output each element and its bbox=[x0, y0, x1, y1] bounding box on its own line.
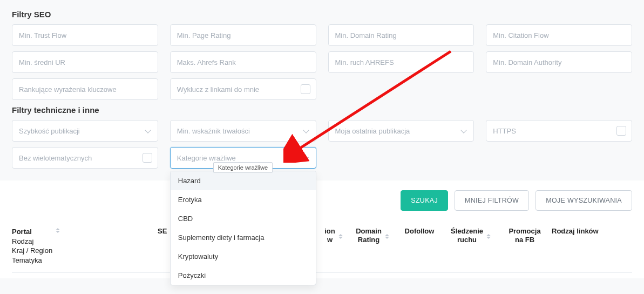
less-filters-button[interactable]: MNIEJ FILTRÓW bbox=[455, 190, 529, 211]
col-sledzenie[interactable]: Śledzenie ruchu bbox=[444, 227, 498, 245]
min-citation-flow-input[interactable] bbox=[486, 24, 632, 46]
col-sledzenie-l1: Śledzenie bbox=[451, 227, 483, 236]
col-domain-rating[interactable]: Domain Rating bbox=[350, 227, 395, 245]
option-suplementy[interactable]: Suplementy diety i farmacja bbox=[171, 228, 316, 247]
chevron-down-icon bbox=[146, 128, 151, 133]
col-portal-sub1: Rodzaj bbox=[12, 237, 52, 246]
col-rodzaj-linkow: Rodzaj linków bbox=[552, 227, 616, 235]
publication-speed-select[interactable]: Szybkość publikacji bbox=[12, 120, 158, 142]
sensitive-categories-placeholder: Kategorie wrażliwe bbox=[177, 154, 304, 162]
option-pozyczki[interactable]: Pożyczki bbox=[171, 266, 316, 285]
min-domain-rating-input[interactable] bbox=[328, 24, 474, 46]
col-portal[interactable]: Portal Rodzaj Kraj / Region Tematyka bbox=[12, 227, 158, 265]
col-portal-sub3: Tematyka bbox=[12, 256, 52, 265]
col-portal-label: Portal bbox=[12, 227, 52, 237]
col-domain-rating-l2: Rating bbox=[358, 236, 379, 244]
col-promocja-l2: na FB bbox=[515, 236, 534, 244]
col-domain-rating-l1: Domain bbox=[356, 227, 382, 236]
min-sredni-ur-input[interactable] bbox=[12, 51, 158, 73]
sensitive-categories-dropdown: Hazard Erotyka CBD Suplementy diety i fa… bbox=[170, 171, 316, 285]
table-header-row: Portal Rodzaj Kraj / Region Tematyka SE … bbox=[12, 227, 632, 273]
sort-icon[interactable] bbox=[56, 228, 60, 233]
my-last-publication-select[interactable]: Moja ostatnia publikacja bbox=[328, 120, 474, 142]
col-portal-sub2: Kraj / Region bbox=[12, 246, 52, 256]
col-rodzaj-linkow-label: Rodzaj linków bbox=[552, 227, 599, 235]
option-hazard[interactable]: Hazard bbox=[171, 171, 316, 190]
seo-filters-title: Filtry SEO bbox=[12, 10, 632, 19]
chevron-down-icon bbox=[462, 128, 467, 133]
search-button[interactable]: SZUKAJ bbox=[401, 190, 448, 211]
no-multitopic-field[interactable]: Bez wielotematycznych bbox=[12, 147, 158, 169]
my-searches-button[interactable]: MOJE WYSZUKIWANIA bbox=[535, 190, 632, 211]
col-frag-ion-l2: w bbox=[327, 236, 333, 244]
https-field[interactable]: HTTPS bbox=[486, 120, 632, 142]
https-checkbox[interactable] bbox=[616, 126, 626, 136]
col-sledzenie-l2: ruchu bbox=[457, 236, 477, 244]
exclude-my-links-checkbox[interactable] bbox=[301, 84, 310, 94]
col-dofollow: Dofollow bbox=[395, 227, 444, 235]
col-dofollow-label: Dofollow bbox=[405, 227, 435, 235]
no-multitopic-label: Bez wielotematycznych bbox=[19, 154, 143, 162]
min-trust-flow-input[interactable] bbox=[12, 24, 158, 46]
col-promocja-l1: Promocja bbox=[509, 227, 540, 236]
exclude-my-links-label: Wyklucz z linkami do mnie bbox=[177, 85, 301, 93]
option-erotyka[interactable]: Erotyka bbox=[171, 190, 316, 209]
tech-filters-title: Filtry techniczne i inne bbox=[12, 105, 632, 115]
exclude-my-links-field[interactable]: Wyklucz z linkami do mnie bbox=[170, 78, 316, 100]
https-label: HTTPS bbox=[493, 127, 616, 135]
col-frag-ion-l1: ion bbox=[324, 227, 335, 236]
min-durability-placeholder: Min. wskaźnik trwałości bbox=[177, 127, 304, 135]
min-page-rating-input[interactable] bbox=[170, 24, 316, 46]
col-seo-label: SE bbox=[158, 227, 167, 235]
sensitive-categories-tooltip: Kategorie wrażliwe bbox=[213, 162, 273, 173]
sort-icon[interactable] bbox=[338, 234, 343, 239]
ranking-phrases-input[interactable] bbox=[12, 78, 158, 100]
chevron-down-icon bbox=[304, 128, 309, 133]
maks-ahrefs-rank-input[interactable] bbox=[170, 51, 316, 73]
min-ruch-ahrefs-input[interactable] bbox=[328, 51, 474, 73]
sort-icon[interactable] bbox=[486, 234, 491, 239]
option-kryptowaluty[interactable]: Kryptowaluty bbox=[171, 247, 316, 266]
chevron-down-icon bbox=[304, 155, 309, 161]
my-last-publication-placeholder: Moja ostatnia publikacja bbox=[335, 127, 462, 135]
publication-speed-placeholder: Szybkość publikacji bbox=[19, 127, 146, 135]
min-durability-select[interactable]: Min. wskaźnik trwałości bbox=[170, 120, 316, 142]
option-cbd[interactable]: CBD bbox=[171, 209, 316, 228]
sort-icon[interactable] bbox=[385, 234, 389, 239]
no-multitopic-checkbox[interactable] bbox=[143, 153, 152, 163]
min-domain-authority-input[interactable] bbox=[486, 51, 632, 73]
col-frag-ion[interactable]: ion w bbox=[317, 227, 350, 245]
col-promocja: Promocja na FB bbox=[498, 227, 552, 245]
